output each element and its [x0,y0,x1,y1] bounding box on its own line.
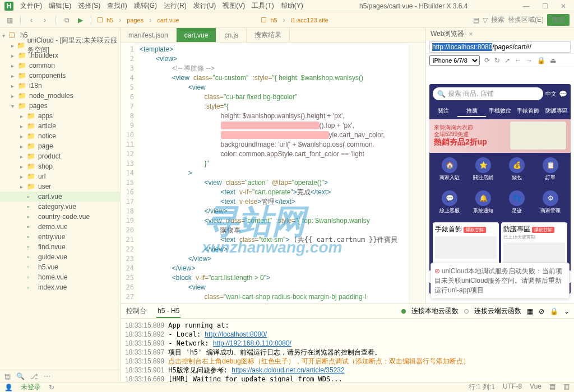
tree-item[interactable]: ▸📁product [0,151,120,161]
menu-select[interactable]: 选择(S) [76,0,103,12]
tree-item[interactable]: ▫demo.vue [0,222,120,232]
tree-item[interactable]: ▫entry.vue [0,232,120,242]
back-icon[interactable]: ‹ [26,15,36,25]
tab-search-results[interactable]: 搜索结果 [247,28,290,42]
breadcrumb[interactable]: cart.vue [157,17,179,24]
browser-tab-label[interactable]: Web浏览器 [430,29,464,39]
menu-tools[interactable]: 工具(T) [249,0,276,12]
language-mode[interactable]: Vue [530,382,541,392]
product-card[interactable]: 防護專區 爆款甘鮮已上15天鑒賞期 [501,222,567,267]
close-button[interactable]: ✕ [557,2,570,10]
tree-item[interactable]: ▫category.vue [0,202,120,212]
fwd-icon[interactable]: → [526,57,533,64]
clear-icon[interactable]: ⊘ [539,307,544,315]
menu-help[interactable]: 帮助(Y) [279,0,305,12]
maximize-button[interactable]: ☐ [539,2,552,10]
chat-icon[interactable]: 💬 [559,90,567,98]
tree-item[interactable]: ▸📁node_modules [0,91,120,101]
device-select[interactable]: iPhone 6/7/8 [429,55,480,66]
rotate-icon[interactable]: ⟳ [484,57,490,64]
menu-edit[interactable]: 编辑(E) [47,0,73,12]
search-label[interactable]: 搜索 [491,15,504,25]
search-icon[interactable]: 🔍 [16,372,25,380]
filter-icon[interactable]: ▽ [483,16,488,24]
tab-cnjs[interactable]: cn.js [216,28,247,42]
lang-switch[interactable]: 中文 [545,90,557,98]
sync-status[interactable]: ↻ [49,384,54,391]
error-toast[interactable]: ⊘ uniCloud本地调试服务启动失败：当前项目未关联uniCloud服务空间… [430,263,570,299]
explorer-icon[interactable]: ▤ [4,372,11,380]
run-icon[interactable]: ▶ [75,15,85,25]
more-icon[interactable]: ⋯ [44,372,50,380]
terminal-icon[interactable]: ⧉ [62,15,72,25]
tree-item[interactable]: ▸📁article [0,121,120,131]
cursor-position[interactable]: 行:1 列:1 [469,382,495,392]
breadcrumb[interactable]: h5 [107,17,113,24]
tree-item[interactable]: ▫home.vue [0,272,120,282]
url-input[interactable]: http://localhost:8080/pages/cart#/ [429,41,571,53]
tree-item[interactable]: ▸📁page [0,141,120,151]
tree-item[interactable]: ▸📁shop [0,161,120,171]
tree-item[interactable]: ▸📁notice [0,131,120,141]
tree-item[interactable]: ▾📁pages [0,101,120,111]
collapse-icon[interactable]: ⌄ [564,307,570,315]
menu-file[interactable]: 文件(F) [18,0,44,12]
encoding[interactable]: UTF-8 [503,382,522,392]
tree-item[interactable]: ▫guide.vue [0,252,120,262]
tree-item[interactable]: ▫country-code.vue [0,212,120,222]
menu-goto[interactable]: 跳转(G) [132,0,159,12]
sidebar-toggle-icon[interactable]: ▥ [4,15,15,25]
open-icon[interactable]: ↗ [504,57,510,64]
menu-tile[interactable]: 🏠商家入駐 [434,157,465,181]
menu-find[interactable]: 查找(I) [105,0,129,12]
menu-run[interactable]: 运行(R) [161,0,189,12]
login-status[interactable]: 未登录 [21,382,41,392]
local-cloud-label[interactable]: 连接本地云函数 [411,306,459,316]
panel-icon[interactable]: ▤ [549,382,556,392]
menu-tile[interactable]: 🔔系統通知 [467,190,499,214]
stop-icon[interactable]: ▦ [527,307,533,315]
preview-button[interactable]: 预览 [547,14,570,26]
minimize-button[interactable]: — [520,2,533,10]
refresh-icon[interactable]: ↻ [494,57,500,64]
tree-item[interactable]: ▸📁url [0,171,120,181]
lock-icon[interactable]: 🔒 [550,307,558,315]
menu-view[interactable]: 视图(V) [220,0,247,12]
tree-item[interactable]: ▸📁common [0,60,120,71]
tree-item[interactable]: ▸📁uniCloud - [阿里云:未关联云服务空间] [0,40,120,50]
close-icon[interactable]: × [469,30,473,38]
panel-icon[interactable]: ▥ [563,382,570,392]
tree-item[interactable]: ▸📁user [0,181,120,192]
product-card[interactable]: 手錶首飾 爆款甘鮮 [433,222,499,267]
user-icon[interactable]: 👤 [4,384,13,391]
menu-tile[interactable]: 💬線上客服 [434,190,465,214]
eject-icon[interactable]: ⏏ [550,57,556,64]
tree-item[interactable]: ▸📁components [0,71,120,81]
search-input[interactable]: 🔍 搜索 商品, 店铺 [433,87,543,100]
console-tab-h5[interactable]: h5 - H5 [156,305,180,318]
scm-icon[interactable]: ⎇ [30,372,38,380]
tree-item[interactable]: ▫find.nvue [0,242,120,252]
tab-cart[interactable]: cart.vue [177,28,217,42]
remote-cloud-label[interactable]: 连接云端云函数 [474,306,521,316]
breadcrumb2[interactable]: i1.acc123.site [291,17,328,24]
menu-tile[interactable]: ⭐關注店鋪 [467,157,499,181]
menu-tile[interactable]: 💰錢包 [501,157,533,181]
lock-icon[interactable]: 🔒 [537,57,545,64]
console-tab[interactable]: 控制台 [125,304,147,318]
tree-item[interactable]: ▸📁apps [0,111,120,121]
home-icon[interactable]: ← [515,57,521,64]
menu-tile[interactable]: 👣足迹 [501,190,533,214]
replace-label[interactable]: 替换区域(E) [508,15,544,25]
forward-icon[interactable]: › [40,15,50,25]
tree-item[interactable]: ▫index.vue [0,282,120,292]
menu-publish[interactable]: 发行(U) [191,0,219,12]
tree-item[interactable]: ▫h5.vue [0,262,120,272]
code-editor[interactable]: 1234567891011121314151617181920212223242… [121,43,425,304]
promo-banner[interactable]: 來勢洶洶內衣節 全場5299免運 熱銷夯品2折up [429,119,571,153]
breadcrumb2[interactable]: h5 [270,17,277,24]
menu-tile[interactable]: 📋訂單 [535,157,566,181]
tab-manifest[interactable]: manifest.json [121,28,177,42]
menu-tile[interactable]: ⚙商家管理 [535,190,566,214]
layout-icon[interactable]: ▤ [473,16,479,24]
